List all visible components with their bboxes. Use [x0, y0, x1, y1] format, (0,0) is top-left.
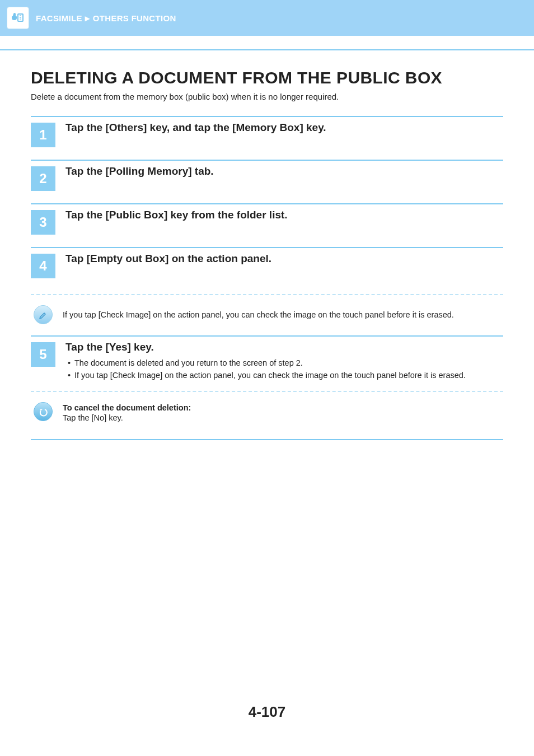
intro-text: Delete a document from the memory box (p…: [31, 92, 503, 101]
cancel-note-title: To cancel the document deletion:: [63, 403, 503, 412]
cancel-note-row: To cancel the document deletion: Tap the…: [31, 402, 503, 435]
step-number: 1: [31, 123, 55, 147]
fax-icon: [7, 7, 29, 29]
breadcrumb-right: OTHERS FUNCTION: [93, 13, 176, 23]
header-band: FACSIMILE►OTHERS FUNCTION: [0, 0, 534, 36]
back-arrow-circle-icon: [34, 402, 53, 421]
info-note-row: If you tap [Check Image] on the action p…: [31, 305, 503, 335]
dashed-separator: [31, 294, 503, 295]
step-title: Tap the [Polling Memory] tab.: [65, 165, 503, 178]
step-row: 1Tap the [Others] key, and tap the [Memo…: [31, 116, 503, 160]
page-number: 4-107: [31, 703, 503, 721]
step-row: 5 Tap the [Yes] key. The document is del…: [31, 335, 503, 388]
step-number: 3: [31, 210, 55, 235]
content-area: DELETING A DOCUMENT FROM THE PUBLIC BOX …: [0, 50, 534, 721]
step-number: 4: [31, 254, 55, 278]
step-number: 5: [31, 342, 55, 367]
page-title: DELETING A DOCUMENT FROM THE PUBLIC BOX: [31, 68, 503, 87]
step-row: 3Tap the [Public Box] key from the folde…: [31, 203, 503, 247]
step-title: Tap the [Yes] key.: [65, 341, 503, 353]
step-row: 2Tap the [Polling Memory] tab.: [31, 160, 503, 203]
breadcrumb: FACSIMILE►OTHERS FUNCTION: [36, 13, 176, 23]
step-number: 2: [31, 166, 55, 191]
info-note-text: If you tap [Check Image] on the action p…: [63, 309, 503, 321]
step-bullet: The document is deleted and you return t…: [68, 357, 503, 369]
dashed-separator: [31, 391, 503, 392]
end-rule: [31, 439, 503, 440]
step-title: Tap the [Others] key, and tap the [Memor…: [65, 122, 503, 134]
step-title: Tap the [Public Box] key from the folder…: [65, 209, 503, 221]
step-title: Tap [Empty out Box] on the action panel.: [65, 253, 503, 265]
pencil-circle-icon: [34, 305, 53, 324]
breadcrumb-left: FACSIMILE: [36, 13, 82, 23]
step-bullet: If you tap [Check Image] on the action p…: [68, 369, 503, 381]
step-row: 4Tap [Empty out Box] on the action panel…: [31, 247, 503, 291]
cancel-note-text: Tap the [No] key.: [63, 412, 503, 424]
breadcrumb-sep: ►: [83, 13, 92, 23]
